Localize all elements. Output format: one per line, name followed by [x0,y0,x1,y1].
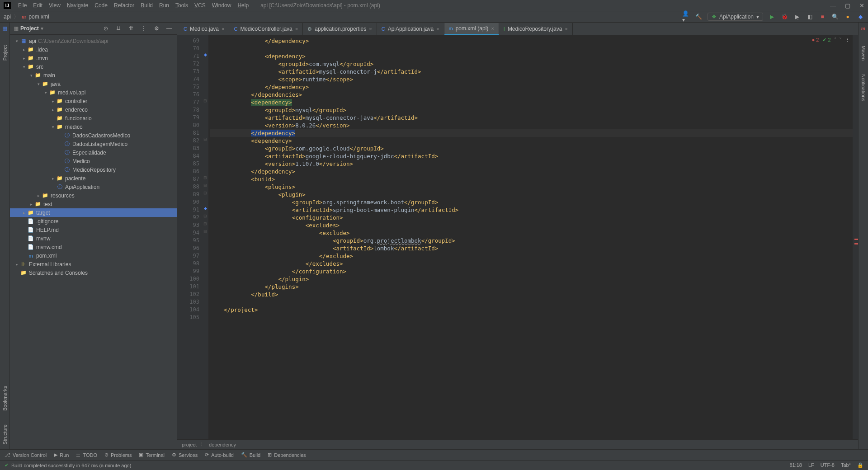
menu-view[interactable]: View [46,1,63,9]
editor-tab[interactable]: CMedico.java× [179,23,229,35]
tree-item[interactable]: ▸📁paciente [10,174,177,183]
stop-icon[interactable]: ■ [818,13,826,21]
menu-help[interactable]: Help [235,1,251,9]
tree-item[interactable]: ▸📁test [10,200,177,208]
editor-tab[interactable]: CApiApplication.java× [377,23,444,35]
tool-window-button[interactable]: ⊘Problems [104,452,132,458]
tree-item[interactable]: ▸📁.mvn [10,54,177,62]
tree-item[interactable]: 📁funcionario [10,114,177,122]
chevron-up-icon[interactable]: ˆ [835,37,836,43]
error-count[interactable]: ● 2 [812,37,819,43]
bookmarks-tool-button[interactable]: Bookmarks [2,386,8,411]
editor-tab[interactable]: IMedicoRepository.java× [499,23,573,35]
left-tool-strip[interactable]: ▦ Project Bookmarks Structure [0,23,10,449]
breadcrumbs[interactable]: api 〉 m pom.xml [4,13,49,21]
editor-breadcrumb[interactable]: project 〉 dependency [177,439,858,449]
editor-tab[interactable]: ⚙application.properties× [303,23,377,35]
menu-build[interactable]: Build [138,1,156,9]
structure-tool-button[interactable]: Structure [2,424,8,445]
tree-item[interactable]: ⒾMedicoRepository [10,165,177,174]
breadcrumb-root[interactable]: api [4,14,11,20]
search-icon[interactable]: 🔍 [831,13,839,21]
error-mark[interactable] [854,239,858,240]
inspection-widget[interactable]: ● 2 ✔ 2 ˆ ˇ ⋮ [812,37,850,43]
tool-window-button[interactable]: ⊞Dependencies [268,452,306,458]
close-icon[interactable]: × [436,26,439,32]
readonly-icon[interactable]: 🔒 [857,462,863,468]
maximize-icon[interactable]: ▢ [845,2,850,9]
window-controls[interactable]: — ▢ ✕ [830,2,864,9]
editor-tab[interactable]: mpom.xml (api)× [444,23,499,35]
build-icon[interactable]: 🔨 [695,13,703,21]
error-stripe[interactable] [853,35,858,439]
tree-item[interactable]: ▸📁resources [10,191,177,200]
expand-all-icon[interactable]: ⇊ [114,24,123,33]
hide-icon[interactable]: — [165,24,173,33]
menu-tools[interactable]: Tools [173,1,191,9]
menu-file[interactable]: File [15,1,29,9]
menu-edit[interactable]: Edit [30,1,45,9]
close-icon[interactable]: × [565,26,567,32]
tree-item[interactable]: ⒾEspecialidade [10,148,177,157]
tree-item[interactable]: ▾📁java [10,80,177,88]
tree-item[interactable]: mpom.xml [10,251,177,260]
collapse-all-icon[interactable]: ⇈ [127,24,135,33]
menu-window[interactable]: Window [209,1,234,9]
line-gutter[interactable]: 6970717273747576777879808182838485868788… [177,35,202,439]
intention-bulb-icon[interactable]: 💡 [208,129,209,137]
debug-icon[interactable]: 🐞 [780,13,788,21]
ok-count[interactable]: ✔ 2 [822,37,830,43]
tree-item[interactable]: ▸⊪External Libraries [10,260,177,268]
error-mark[interactable] [854,243,858,244]
breadcrumb-file[interactable]: pom.xml [28,14,49,20]
tool-window-button[interactable]: ⟳Auto-build [205,452,234,458]
crumb-dependency[interactable]: dependency [209,442,236,447]
profile-icon[interactable]: ◧ [806,13,814,21]
tool-window-button[interactable]: ⎇Version Control [5,452,47,458]
maven-tool-button[interactable]: Maven [861,46,866,61]
close-icon[interactable]: × [491,26,494,31]
caret-position[interactable]: 81:18 [789,462,802,468]
menu-run[interactable]: Run [156,1,172,9]
tree-item[interactable]: 📄mvnw.cmd [10,243,177,251]
tree-item[interactable]: ▾▦apiC:\Users\Zoio\Downloads\api [10,37,177,45]
tree-item[interactable]: ⒾMedico [10,157,177,165]
project-tool-button[interactable]: Project [2,45,8,61]
file-encoding[interactable]: UTF-8 [821,462,835,468]
fold-gutter[interactable]: ◆⊟⊟⊟⊟⊟◆⊟⊟⊟ [202,35,208,439]
tool-window-button[interactable]: ⚙Services [172,452,198,458]
tree-item[interactable]: 📄HELP.md [10,226,177,234]
notifications-tool-button[interactable]: Notifications [861,74,866,101]
menu-refactor[interactable]: Refactor [111,1,137,9]
ide-settings-icon[interactable]: ● [844,13,852,21]
tree-item[interactable]: ⒾDadosCadastrosMedico [10,131,177,140]
main-menu[interactable]: FileEditViewNavigateCodeRefactorBuildRun… [15,1,251,9]
indent-info[interactable]: Tab* [841,462,851,468]
minimize-icon[interactable]: — [830,2,836,9]
project-tree[interactable]: ▾▦apiC:\Users\Zoio\Downloads\api▸📁.idea▸… [10,35,177,449]
run-config-selector[interactable]: ❖ ApiApplication ▾ [708,13,763,21]
chevron-down-icon[interactable]: ˇ [840,37,841,43]
menu-navigate[interactable]: Navigate [64,1,91,9]
project-tool-icon[interactable]: ▦ [2,25,7,32]
editor-tabs[interactable]: CMedico.java×CMedicoController.java×⚙app… [177,23,858,35]
code-editor[interactable]: </dependency> <dependency> <groupId>com.… [208,35,853,439]
tool-window-button[interactable]: ▶Run [54,452,69,458]
coverage-icon[interactable]: ▶̣ [793,13,801,21]
tree-item[interactable]: ▾📁medico [10,122,177,131]
tool-window-button[interactable]: 🔨Build [241,452,260,458]
run-icon[interactable]: ▶ [768,13,776,21]
tree-item[interactable]: 📄.gitignore [10,217,177,226]
close-icon[interactable]: × [295,26,298,32]
tree-item[interactable]: ⒾApiApplication [10,183,177,191]
tree-item[interactable]: ⒾDadosListagemMedico [10,140,177,148]
maven-icon[interactable]: m [861,25,865,32]
bottom-toolbar[interactable]: ⎇Version Control▶Run☰TODO⊘Problems▣Termi… [0,449,868,460]
chevron-down-icon[interactable]: ▾ [41,25,43,32]
tree-item[interactable]: ▸📁.idea [10,45,177,54]
ide-updates-icon[interactable]: ◆ [856,13,864,21]
line-separator[interactable]: LF [808,462,814,468]
close-icon[interactable]: × [369,26,372,32]
tool-window-button[interactable]: ☰TODO [76,452,97,458]
select-opened-icon[interactable]: ⊙ [102,24,110,33]
